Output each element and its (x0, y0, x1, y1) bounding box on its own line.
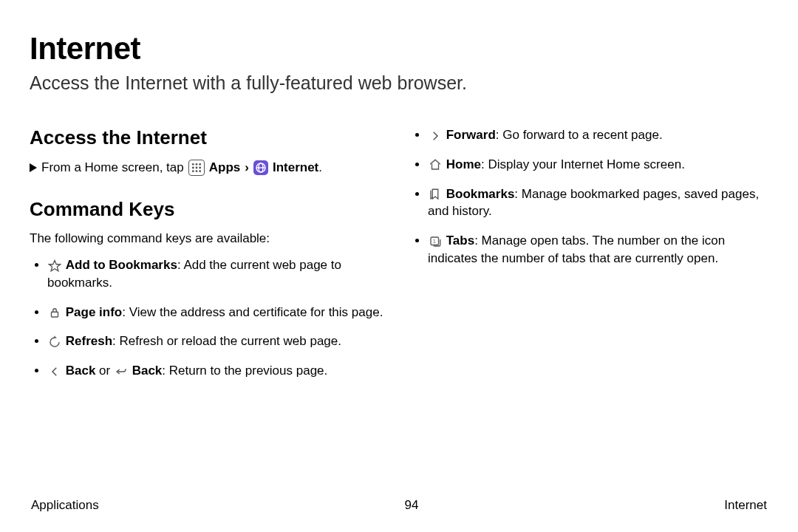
svg-rect-13 (52, 312, 58, 317)
item-desc: Return to the previous page. (169, 364, 328, 378)
step-indicator-icon (30, 163, 37, 172)
svg-point-4 (195, 167, 197, 169)
step-prefix: From a Home screen, tap (41, 160, 184, 175)
footer-center: 94 (405, 498, 419, 513)
svg-point-6 (192, 170, 194, 172)
apps-icon (188, 160, 205, 176)
page-title: Internet (30, 31, 768, 66)
internet-icon (253, 160, 268, 175)
right-column: Forward: Go forward to a recent page. Ho… (410, 126, 768, 392)
apps-label: Apps (209, 160, 241, 175)
svg-point-5 (199, 167, 201, 169)
item-desc: View the address and certificate for thi… (129, 305, 383, 319)
internet-label: Internet (273, 160, 318, 174)
lock-icon (47, 305, 62, 320)
home-icon (428, 157, 443, 172)
back-alt-icon (114, 364, 129, 379)
tabs-icon: 1 (428, 234, 443, 249)
chevron-icon: › (245, 160, 249, 175)
item-colon: : (514, 187, 521, 201)
item-label: Refresh (66, 334, 112, 348)
command-list-right: Forward: Go forward to a recent page. Ho… (410, 126, 768, 267)
item-label: Page info (66, 305, 123, 319)
back-chevron-icon (47, 364, 62, 379)
footer-right: Internet (724, 498, 767, 513)
list-item: Back or Back: Return to the previous pag… (47, 362, 388, 380)
svg-point-7 (195, 170, 197, 172)
svg-text:1: 1 (433, 238, 436, 243)
list-item: Bookmarks: Manage bookmarked pages, save… (428, 185, 768, 221)
svg-marker-12 (50, 260, 61, 270)
item-mid: or (95, 364, 114, 378)
item-colon: : (112, 334, 119, 348)
footer-left: Applications (31, 498, 99, 513)
list-item: Refresh: Refresh or reload the current w… (47, 332, 388, 350)
list-item: 1 Tabs: Manage open tabs. The number on … (428, 232, 768, 267)
bookmark-icon (428, 187, 443, 202)
command-intro: The following command keys are available… (30, 231, 388, 246)
item-colon: : (481, 157, 488, 171)
item-label: Forward (446, 128, 496, 142)
item-label: Add to Bookmarks (66, 258, 177, 272)
item-desc: Refresh or reload the current web page. (120, 334, 342, 348)
item-colon: : (474, 233, 481, 248)
page-footer: Applications 94 Internet (30, 498, 768, 532)
svg-point-0 (192, 163, 194, 166)
list-item: Add to Bookmarks: Add the current web pa… (47, 256, 388, 292)
item-label: Tabs (446, 233, 474, 248)
access-step: From a Home screen, tap Apps › Internet. (30, 160, 388, 176)
item-desc: Go forward to a recent page. (502, 128, 662, 142)
list-item: Forward: Go forward to a recent page. (428, 126, 768, 144)
page-subtitle: Access the Internet with a fully-feature… (30, 72, 768, 94)
item-label2: Back (132, 364, 163, 378)
svg-point-1 (195, 163, 197, 166)
item-colon2: : (162, 364, 168, 378)
access-heading: Access the Internet (30, 126, 388, 149)
svg-point-3 (192, 167, 194, 169)
item-label: Back (66, 364, 96, 378)
list-item: Home: Display your Internet Home screen. (428, 156, 768, 174)
svg-point-8 (199, 170, 201, 172)
svg-point-2 (199, 163, 201, 166)
item-desc: Display your Internet Home screen. (488, 157, 684, 171)
command-heading: Command Keys (30, 198, 388, 221)
left-column: Access the Internet From a Home screen, … (30, 126, 388, 392)
item-label: Bookmarks (446, 187, 515, 201)
item-colon: : (122, 305, 129, 319)
forward-chevron-icon (428, 129, 443, 143)
star-icon (47, 259, 62, 273)
refresh-icon (47, 335, 62, 349)
command-list-left: Add to Bookmarks: Add the current web pa… (30, 256, 388, 380)
item-colon: : (496, 128, 502, 142)
list-item: Page info: View the address and certific… (47, 304, 388, 321)
item-label: Home (446, 157, 481, 171)
step-period: . (318, 160, 322, 174)
